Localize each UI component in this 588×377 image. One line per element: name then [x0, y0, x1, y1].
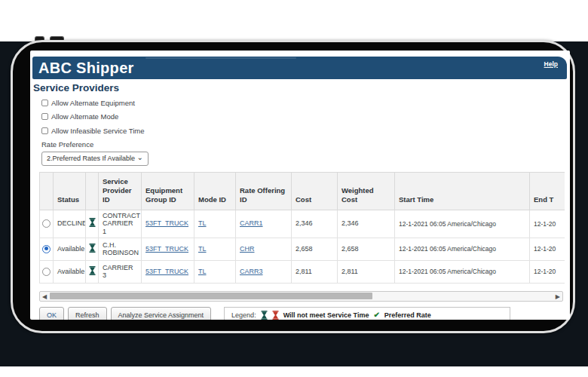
col-header-status: Status — [54, 172, 86, 210]
status-cell: Available — [54, 260, 86, 283]
rate-offering-link[interactable]: CARR3 — [240, 268, 263, 275]
tablet-screen: ABC Shipper Help Service Providers Allow… — [30, 51, 570, 320]
checkbox-label: Allow Infeasible Service Time — [51, 127, 145, 135]
checkbox-box-icon[interactable] — [41, 127, 48, 134]
rate-preference-selected-value: 2.Preferred Rates If Available — [47, 155, 135, 162]
weighted-cost-cell: 2,811 — [338, 260, 395, 283]
checkbox-box-icon[interactable] — [41, 113, 48, 120]
chevron-down-icon: ⌄ — [137, 155, 143, 161]
start-time-cell: 12-1-2021 06:05 America/Chicago — [395, 260, 530, 283]
service-provider-cell: CONTRACT CARRIER 1 — [99, 210, 142, 238]
hourglass-icon — [261, 311, 268, 320]
weighted-cost-cell: 2,346 — [338, 210, 395, 238]
cost-cell: 2,811 — [292, 260, 338, 283]
weighted-cost-cell: 2,658 — [338, 238, 395, 260]
red-hourglass-icon — [272, 311, 279, 320]
legend-label: Legend: — [231, 311, 256, 319]
scroll-left-icon[interactable]: ◀ — [42, 293, 47, 301]
col-header-start-time: Start Time — [395, 172, 530, 210]
start-time-cell: 12-1-2021 06:05 America/Chicago — [395, 210, 530, 238]
legend-box: Legend: Will not meet Service Time ✔ Pre… — [224, 307, 510, 320]
app-title: ABC Shipper — [38, 60, 134, 77]
table-row: DECLINED CONTRACT CARRIER 1 53FT_TRUCK T… — [40, 210, 565, 238]
checkbox-label: Allow Alternate Equipment — [51, 99, 135, 107]
cost-cell: 2,346 — [292, 210, 338, 238]
start-time-cell: 12-1-2021 06:05 America/Chicago — [395, 238, 530, 260]
end-time-cell: 12-1-20 — [530, 238, 565, 260]
rate-preference-label: Rate Preference — [41, 140, 570, 149]
col-header-cost: Cost — [292, 172, 338, 210]
page-title: Service Providers — [33, 82, 570, 93]
legend-item-preferred-rate: Preferred Rate — [384, 311, 431, 319]
service-time-hourglass-icon — [89, 266, 96, 275]
service-provider-cell: CARRIER 3 — [99, 260, 142, 283]
options-group: Allow Alternate Equipment Allow Alternat… — [41, 98, 570, 135]
service-provider-cell: C.H. ROBINSON — [99, 238, 142, 260]
col-header-equipment-group-id: Equipment Group ID — [142, 172, 194, 210]
scroll-right-icon[interactable]: ▶ — [556, 293, 560, 301]
col-header-end-time: End T — [530, 172, 565, 210]
help-link[interactable]: Help — [544, 60, 558, 68]
checkbox-allow-alternate-mode[interactable]: Allow Alternate Mode — [41, 112, 570, 121]
page: ABC Shipper Help Service Providers Allow… — [0, 0, 588, 377]
footer-bar: OK Refresh Analyze Service Assignment Le… — [39, 307, 570, 320]
table-row: Available CARRIER 3 53FT_TRUCK TL CARR3 … — [40, 260, 565, 283]
cost-cell: 2,658 — [292, 238, 338, 260]
status-cell: DECLINED — [54, 210, 86, 238]
equipment-group-link[interactable]: 53FT_TRUCK — [145, 245, 188, 253]
status-cell: Available — [54, 238, 86, 260]
end-time-cell: 12-1-20 — [530, 260, 565, 283]
refresh-button[interactable]: Refresh — [68, 307, 107, 320]
equipment-group-link[interactable]: 53FT_TRUCK — [145, 268, 188, 275]
checkbox-label: Allow Alternate Mode — [51, 112, 118, 121]
col-header-service-provider-id: Service Provider ID — [99, 172, 142, 210]
ok-button[interactable]: OK — [39, 307, 64, 320]
service-providers-table: Status Service Provider ID Equipment Gro… — [39, 172, 565, 284]
mode-link[interactable]: TL — [198, 268, 207, 275]
col-header-mode-id: Mode ID — [194, 172, 236, 210]
green-check-icon: ✔ — [373, 311, 379, 319]
col-header-flag — [86, 172, 99, 210]
col-header-weighted-cost: Weighted Cost — [338, 172, 395, 210]
mode-link[interactable]: TL — [198, 219, 207, 227]
col-header-rate-offering-id: Rate Offering ID — [236, 172, 292, 210]
row-select-radio[interactable] — [42, 245, 51, 253]
scrollbar-thumb[interactable] — [50, 293, 372, 299]
service-time-hourglass-icon — [89, 218, 96, 227]
end-time-cell: 12-1-20 — [530, 210, 565, 238]
checkbox-allow-infeasible-service-time[interactable]: Allow Infeasible Service Time — [41, 126, 570, 135]
rate-preference-select[interactable]: 2.Preferred Rates If Available ⌄ — [41, 152, 149, 166]
table-header-row: Status Service Provider ID Equipment Gro… — [40, 172, 565, 210]
app-header-bar: ABC Shipper Help — [32, 57, 567, 79]
legend-item-service-time: Will not meet Service Time — [283, 311, 369, 319]
service-time-hourglass-icon — [89, 244, 96, 253]
checkbox-box-icon[interactable] — [41, 100, 48, 106]
checkbox-allow-alternate-equipment[interactable]: Allow Alternate Equipment — [41, 98, 570, 107]
equipment-group-link[interactable]: 53FT_TRUCK — [145, 219, 188, 227]
table-row: Available C.H. ROBINSON 53FT_TRUCK TL CH… — [40, 238, 565, 260]
analyze-service-assignment-button[interactable]: Analyze Service Assignment — [111, 307, 212, 320]
row-select-radio[interactable] — [42, 268, 51, 276]
row-select-radio[interactable] — [42, 219, 51, 228]
horizontal-scrollbar[interactable]: ◀ ▶ — [39, 291, 563, 302]
col-header-select — [40, 172, 54, 210]
mode-link[interactable]: TL — [198, 245, 207, 253]
rate-offering-link[interactable]: CARR1 — [240, 219, 263, 227]
rate-offering-link[interactable]: CHR — [240, 245, 255, 253]
